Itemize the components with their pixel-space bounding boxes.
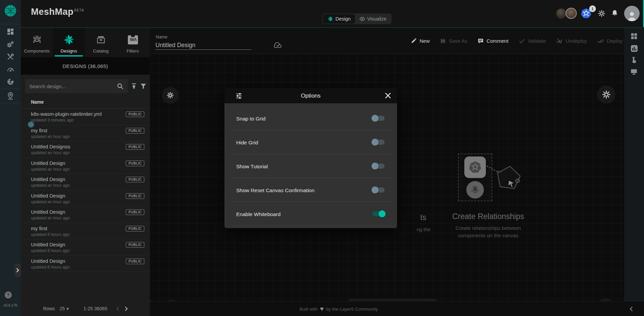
settings-gear-icon[interactable] (598, 10, 605, 17)
wasm-filters-icon: WA (128, 34, 138, 45)
visibility-badge: PUBLIC (126, 128, 144, 134)
nav-service-mesh-icon[interactable] (6, 78, 14, 86)
options-modal-body: Snap to Grid Hide Grid Show Tutorial Sho… (224, 103, 397, 228)
panel-expand-handle[interactable] (14, 264, 21, 277)
caret-down-icon: ▾ (67, 306, 69, 311)
notifications-bell-icon[interactable] (611, 9, 618, 17)
designs-panel: Components (21, 28, 150, 316)
modal-title: Options (224, 93, 397, 99)
prev-page-button[interactable] (116, 301, 119, 316)
nav-toolbox-icon[interactable] (6, 53, 14, 61)
visibility-badge: PUBLIC (126, 258, 144, 264)
option-row-enable-whiteboard: Enable Whiteboard (231, 202, 392, 226)
visibility-badge: PUBLIC (126, 111, 144, 117)
canvas-settings-gear-icon[interactable] (162, 87, 179, 104)
save-as-button[interactable]: Save As (440, 38, 467, 44)
deploy-button[interactable]: Deploy (597, 37, 623, 44)
mode-switch: Design Visualize (322, 13, 392, 24)
app-title: MeshMapBETA (31, 7, 84, 17)
enable-whiteboard-toggle[interactable] (372, 211, 385, 216)
filter-funnel-icon[interactable] (140, 82, 147, 90)
options-modal: Options Snap to Grid Hide Grid Show Tuto… (224, 88, 397, 228)
designs-pinwheel-icon (63, 34, 75, 45)
nav-performance-gauge-icon[interactable] (6, 65, 14, 73)
search-input[interactable] (25, 79, 128, 93)
check-icon (518, 38, 525, 44)
page-range-label: 1-25 36065 (83, 301, 107, 316)
tab-design[interactable]: Design (323, 14, 355, 24)
show-tutorial-toggle[interactable] (372, 164, 385, 169)
hidden-hint-title-fragment: ts (420, 213, 426, 222)
next-page-button[interactable] (124, 301, 128, 316)
version-label: v0.6.176 (0, 303, 21, 307)
show-reset-canvas-confirmation-toggle[interactable] (372, 187, 385, 192)
chevron-right-icon (124, 306, 128, 311)
design-row[interactable]: Untitled Design updated an hour ago PUBL… (21, 207, 150, 223)
interaction-touch-icon[interactable] (630, 57, 638, 64)
header: MeshMapBETA (21, 0, 644, 28)
divider (0, 89, 21, 89)
design-row[interactable]: Untitled Design updated 8 hours ago PUBL… (21, 256, 150, 272)
nav-meshmap-pin-icon[interactable] (6, 92, 14, 100)
tab-components[interactable]: Components (21, 28, 53, 57)
search-icon[interactable] (116, 82, 124, 90)
design-row[interactable]: Untitled Design updated an hour ago PUBL… (21, 158, 150, 174)
design-row[interactable]: my first updated 6 hours ago PUBLIC (21, 223, 150, 240)
help-icon[interactable]: ? (5, 291, 12, 299)
nav-lifecycle-gears-icon[interactable] (6, 40, 14, 48)
column-header-name: Name (31, 99, 44, 105)
divider (0, 103, 21, 103)
meshmap-app: MeshMapBETA (0, 0, 644, 316)
floppy-icon (440, 38, 446, 44)
collaborator-avatar[interactable] (556, 8, 566, 19)
tab-filters-label: Filters (127, 48, 139, 54)
new-button[interactable]: New (410, 38, 430, 44)
analytics-chart-icon[interactable] (630, 44, 638, 52)
eye-icon (359, 16, 365, 22)
canvas-actions: New Save As Comment (410, 28, 622, 54)
collapse-panel-chevron-icon[interactable] (629, 306, 633, 312)
active-tab-indicator (55, 55, 83, 57)
comment-button[interactable]: Comment (477, 38, 508, 44)
panels-grid-icon[interactable] (630, 32, 638, 40)
hidden-hint-subtitle-fragment: ng the (417, 226, 431, 232)
nav-dashboard-icon[interactable] (6, 28, 14, 36)
canvas-options-gear-icon[interactable] (597, 85, 615, 104)
snap-to-grid-toggle[interactable] (372, 116, 385, 121)
validate-button[interactable]: Validate (518, 38, 546, 44)
hint-title: Create Relationships (428, 212, 549, 221)
kubernetes-count-badge: 1 (589, 5, 596, 12)
option-row-show-reset-confirmation: Show Reset Canvas Confirmation (231, 178, 392, 202)
undeploy-button[interactable]: Undeploy (556, 37, 587, 44)
import-design-icon[interactable] (130, 82, 138, 90)
options-modal-header: Options (224, 88, 397, 103)
design-name-input[interactable] (155, 41, 251, 50)
user-avatar[interactable] (624, 6, 640, 21)
layer5-logo[interactable] (4, 4, 17, 17)
design-row[interactable]: k8s-wasm-plugin-ratelimiter.yml updated … (21, 109, 150, 125)
hint-kubernetes-node (464, 156, 486, 178)
design-row[interactable]: Untitled Design updated 8 hours ago PUBL… (21, 239, 150, 256)
collaborator-avatar[interactable] (566, 8, 577, 19)
rows-per-page-select[interactable]: 25 ▾ (60, 301, 69, 316)
option-row-snap-to-grid: Snap to Grid (231, 106, 392, 130)
tab-designs[interactable]: Designs (53, 28, 85, 57)
design-row[interactable]: Untitled Designss updated an hour ago PU… (21, 141, 150, 158)
crossed-double-check-icon (556, 37, 563, 44)
close-icon[interactable] (385, 93, 391, 99)
tab-catalog[interactable]: Catalog (85, 28, 117, 57)
hide-grid-toggle[interactable] (372, 140, 385, 145)
display-monitor-icon[interactable] (630, 68, 638, 75)
design-row[interactable]: Untitled Design updated an hour ago PUBL… (21, 190, 150, 207)
divider (0, 24, 21, 24)
person-icon (626, 11, 638, 21)
design-row[interactable]: Untitled Design updated an hour ago PUBL… (21, 174, 150, 190)
canvas-toolbar: Name New Save (150, 28, 624, 54)
beta-tag: BETA (74, 8, 84, 12)
hint-subtitle-line1: Create relationships between (428, 225, 549, 231)
double-check-icon (597, 37, 604, 44)
tab-visualize[interactable]: Visualize (355, 14, 391, 24)
design-row[interactable]: my first updated an hour ago PUBLIC (21, 125, 150, 142)
designs-list: k8s-wasm-plugin-ratelimiter.yml updated … (21, 108, 150, 272)
tab-filters[interactable]: WA Filters (117, 28, 149, 57)
